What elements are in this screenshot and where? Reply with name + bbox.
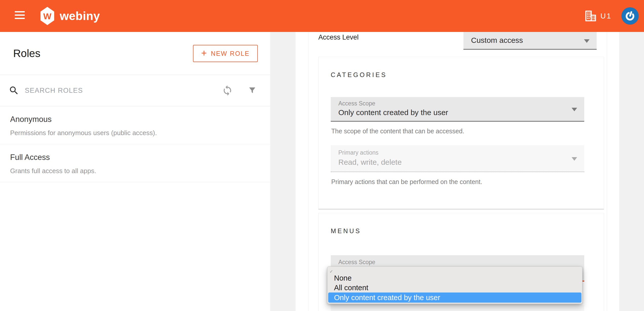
- webiny-logo-letter: W: [43, 11, 51, 21]
- roles-list-panel: Roles + NEW ROLE Anonymous: [0, 32, 270, 311]
- search-bar: [0, 75, 270, 106]
- new-role-button[interactable]: + NEW ROLE: [193, 45, 258, 62]
- hamburger-bar: [15, 18, 25, 19]
- search-input[interactable]: [25, 87, 222, 95]
- select-label: Primary actions: [338, 149, 378, 156]
- webiny-hexagon-icon: W: [41, 7, 54, 25]
- hamburger-bar: [15, 14, 25, 16]
- page-title: Roles: [13, 32, 40, 75]
- select-label: Access Scope: [338, 259, 375, 266]
- access-scope-helper-text: The scope of the content that can be acc…: [331, 127, 464, 135]
- tenant-label: U1: [600, 12, 612, 20]
- plus-icon: +: [201, 48, 207, 59]
- app: W webiny: [0, 0, 644, 311]
- role-form-panel: Access Level Custom access CATEGORIES Ac…: [296, 32, 619, 311]
- organization-icon: [585, 10, 597, 22]
- menus-card-title: MENUS: [331, 227, 361, 235]
- panel-edge-line: [308, 32, 308, 311]
- webiny-logo: W webiny: [41, 0, 100, 32]
- select-value: Only content created by the user: [338, 108, 448, 117]
- topbar-right: U1: [585, 0, 639, 32]
- dropdown-option-none[interactable]: None: [327, 273, 582, 283]
- access-level-value: Custom access: [471, 36, 523, 45]
- dropdown-option-only-content-created-by-user[interactable]: Only content created by the user: [328, 292, 581, 303]
- select-value: Read, write, delete: [338, 158, 402, 167]
- brand-wordmark: webiny: [60, 9, 100, 23]
- dropdown-option-empty[interactable]: ✓: [327, 268, 582, 273]
- categories-primary-actions-select: Primary actions Read, write, delete: [331, 145, 584, 172]
- categories-card: CATEGORIES Access Scope Only content cre…: [318, 57, 604, 209]
- access-level-select[interactable]: Custom access: [463, 32, 597, 50]
- select-label: Access Scope: [338, 100, 375, 107]
- avatar[interactable]: [621, 7, 639, 25]
- role-description: Permissions for anonymous users (public …: [10, 129, 260, 137]
- tenant-switcher[interactable]: U1: [585, 10, 612, 22]
- categories-card-title: CATEGORIES: [331, 71, 387, 79]
- access-scope-dropdown-menu: ✓ None All content Only content created …: [327, 266, 582, 304]
- avatar-power-icon: [623, 9, 637, 23]
- categories-access-scope-select[interactable]: Access Scope Only content created by the…: [331, 97, 584, 122]
- filter-button[interactable]: [248, 86, 257, 95]
- refresh-icon: [222, 85, 233, 96]
- menus-primary-actions-select-partial: [331, 305, 584, 311]
- checkmark-icon: ✓: [329, 269, 333, 274]
- refresh-button[interactable]: [222, 85, 233, 96]
- top-app-bar: W webiny: [0, 0, 644, 32]
- chevron-down-icon: [584, 39, 590, 43]
- hamburger-menu-icon[interactable]: [15, 11, 25, 21]
- roles-list-header: Roles + NEW ROLE: [0, 32, 270, 75]
- filter-funnel-icon: [248, 86, 257, 95]
- chevron-down-icon: [572, 108, 577, 111]
- role-list-item-anonymous[interactable]: Anonymous Permissions for anonymous user…: [0, 106, 270, 144]
- role-name: Full Access: [10, 153, 260, 162]
- chevron-down-icon: [572, 157, 577, 161]
- access-level-label: Access Level: [318, 33, 359, 41]
- new-role-button-label: NEW ROLE: [211, 50, 250, 57]
- search-icon: [9, 85, 19, 96]
- primary-actions-helper-text: Primary actions that can be performed on…: [331, 178, 482, 186]
- role-description: Grants full access to all apps.: [10, 167, 260, 175]
- dropdown-option-all-content[interactable]: All content: [327, 283, 582, 292]
- hamburger-bar: [15, 11, 25, 12]
- role-name: Anonymous: [10, 115, 260, 124]
- role-list-item-full-access[interactable]: Full Access Grants full access to all ap…: [0, 144, 270, 182]
- panel-edge-line: [607, 32, 607, 311]
